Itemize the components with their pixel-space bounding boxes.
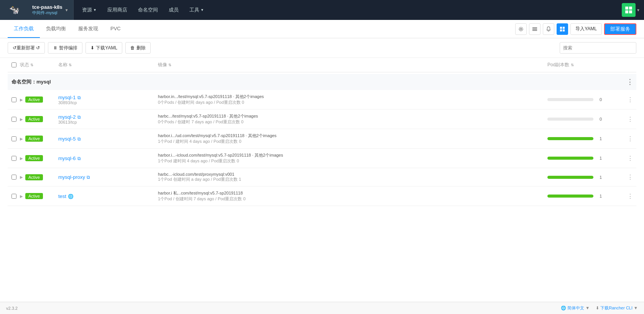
menu-item-members[interactable]: 成员 [163,0,184,20]
table-row: ▶ Active mysql-proxy⧉ harbc...-icloud.co… [8,168,636,186]
table-row: ▶ Active test🌐 harbor.i 私...com/test/mys… [8,186,636,206]
workload-link-mysql-proxy[interactable]: mysql-proxy [58,174,85,180]
row-more-mysql-6[interactable]: ⋮ [624,155,636,162]
row-checkbox-mysql-6[interactable] [8,156,20,161]
row-name-mysql-5: mysql-5⧉ [58,136,158,142]
row-expand-mysql-6[interactable]: ▶ [20,156,23,160]
row-name-mysql-proxy: mysql-proxy⧉ [58,174,158,180]
row-expand-mysql-proxy[interactable]: ▶ [20,175,23,179]
copy-icon-mysql-proxy[interactable]: ⧉ [87,175,90,180]
pods-sort-icon[interactable]: ⇅ [571,63,574,67]
row-status-mysql-5: ▶ Active [20,136,58,142]
tab-load-balance[interactable]: 负载均衡 [40,20,72,38]
row-more-mysql-1[interactable]: ⋮ [624,96,636,103]
row-image-mysql-5: harbor.i.../ud.com/test/mysql:v5.7-sp201… [158,133,547,144]
image-column-header: 镜像 ⇅ [158,62,547,68]
cluster-selector[interactable]: tce-paas-k8s 中间件-mysql ▼ [28,0,74,20]
download-yaml-button[interactable]: ⬇ 下载YAML [85,42,122,54]
row-more-mysql-2[interactable]: ⋮ [624,116,636,123]
redeploy-button[interactable]: ↺ 重新部署 ↺ [8,42,45,54]
top-navigation: 🐄 tce-paas-k8s 中间件-mysql ▼ 资源 ▼ 应用商店 命名空… [0,0,644,20]
row-status-test: ▶ Active [20,193,58,199]
pods-column-header: Pod副本数 ⇅ [547,62,624,68]
search-input[interactable] [560,42,636,54]
top-menu: 资源 ▼ 应用商店 命名空间 成员 工具 ▼ [77,0,209,20]
select-all-checkbox[interactable] [8,62,20,67]
row-more-test[interactable]: ⋮ [624,193,636,200]
delete-button[interactable]: 🗑 删除 [125,42,151,54]
cluster-name: tce-paas-k8s [32,4,62,10]
row-image-mysql-1: harbor.in.../test/mysql:v5.7-sp20191118 … [158,94,547,105]
tab-pvc[interactable]: PVC [104,20,127,38]
row-checkbox-mysql-5[interactable] [8,136,20,141]
row-status-mysql-6: ▶ Active [20,155,58,161]
row-checkbox-mysql-1[interactable] [8,97,20,102]
subnav-tabs: 工作负载 负载均衡 服务发现 PVC [8,20,127,38]
row-checkbox-mysql-proxy[interactable] [8,175,20,180]
svg-rect-3 [629,10,632,13]
user-dropdown-icon[interactable]: ▼ [636,8,640,12]
menu-item-namespace[interactable]: 命名空间 [133,0,163,20]
menu-item-appstore[interactable]: 应用商店 [102,0,133,20]
table-row: ▶ Active mysql-2⧉ 30613/tcp harbc.../tes… [8,110,636,129]
toolbar: ↺ 重新部署 ↺ ⏸ 暂停编排 ⬇ 下载YAML 🗑 删除 [0,38,644,58]
svg-rect-7 [532,30,537,31]
menu-item-tools[interactable]: 工具 ▼ [184,0,209,20]
tools-arrow-icon: ▼ [200,8,204,12]
row-expand-test[interactable]: ▶ [20,194,23,198]
tab-service-discovery[interactable]: 服务发现 [72,20,104,38]
namespace-more-button[interactable]: ⋮ [626,78,633,86]
user-avatar-button[interactable] [622,3,636,17]
status-badge-mysql-6: Active [25,155,43,161]
name-sort-icon[interactable]: ⇅ [69,63,72,67]
list-view-button[interactable] [529,23,540,35]
row-pods-mysql-6: 1 [547,156,624,160]
settings-button[interactable] [515,23,527,35]
row-pods-mysql-2: 0 [547,117,624,121]
row-pods-mysql-proxy: 1 [547,175,624,180]
svg-rect-9 [563,26,565,28]
grid-view-button[interactable] [557,23,568,35]
svg-rect-2 [625,10,628,13]
import-yaml-button[interactable]: 导入YAML [570,23,602,35]
row-checkbox-test[interactable] [8,194,20,199]
row-more-mysql-proxy[interactable]: ⋮ [624,173,636,181]
menu-item-resources[interactable]: 资源 ▼ [77,0,102,20]
row-pods-mysql-1: 0 [547,97,624,102]
pause-button[interactable]: ⏸ 暂停编排 [48,42,82,54]
workload-link-mysql-6[interactable]: mysql-6 [58,155,76,161]
logo[interactable]: 🐄 [0,0,28,20]
row-expand-mysql-2[interactable]: ▶ [20,117,23,121]
row-checkbox-mysql-2[interactable] [8,117,20,122]
resources-arrow-icon: ▼ [93,8,97,12]
subnav: 工作负载 负载均衡 服务发现 PVC [0,20,644,38]
row-more-mysql-5[interactable]: ⋮ [624,135,636,142]
copy-icon-mysql-2[interactable]: ⧉ [77,114,81,120]
notification-button[interactable] [543,23,554,35]
workload-link-mysql-5[interactable]: mysql-5 [58,136,76,142]
row-expand-mysql-1[interactable]: ▶ [20,98,23,102]
status-badge-mysql-5: Active [25,136,43,142]
table-row: ▶ Active mysql-1⧉ 30893/tcp harbor.in...… [8,90,636,110]
status-sort-icon[interactable]: ⇅ [30,63,33,67]
status-badge-test: Active [25,193,43,199]
table-row: ▶ Active mysql-5⧉ harbor.i.../ud.com/tes… [8,129,636,149]
deploy-service-button[interactable]: 部署服务 [604,23,636,35]
row-pods-test: 1 [547,194,624,198]
table-row: ▶ Active mysql-6⧉ harbor.i...-icloud.com… [8,149,636,168]
copy-icon-mysql-5[interactable]: ⧉ [77,136,81,142]
row-status-mysql-2: ▶ Active [20,116,58,122]
row-status-mysql-proxy: ▶ Active [20,174,58,180]
svg-rect-8 [560,26,562,28]
row-expand-mysql-5[interactable]: ▶ [20,137,23,141]
tab-workloads[interactable]: 工作负载 [8,20,40,38]
table-header: 状态 ⇅ 名称 ⇅ 镜像 ⇅ Pod副本数 ⇅ [8,58,636,72]
workload-link-mysql-2[interactable]: mysql-2 [58,114,76,120]
workload-link-mysql-1[interactable]: mysql-1 [58,95,76,100]
copy-icon-mysql-1[interactable]: ⧉ [77,95,81,100]
svg-rect-10 [560,29,562,31]
image-sort-icon[interactable]: ⇅ [168,63,171,67]
workload-link-test[interactable]: test [58,193,66,199]
copy-icon-mysql-6[interactable]: ⧉ [77,156,81,161]
row-status-mysql-1: ▶ Active [20,96,58,103]
